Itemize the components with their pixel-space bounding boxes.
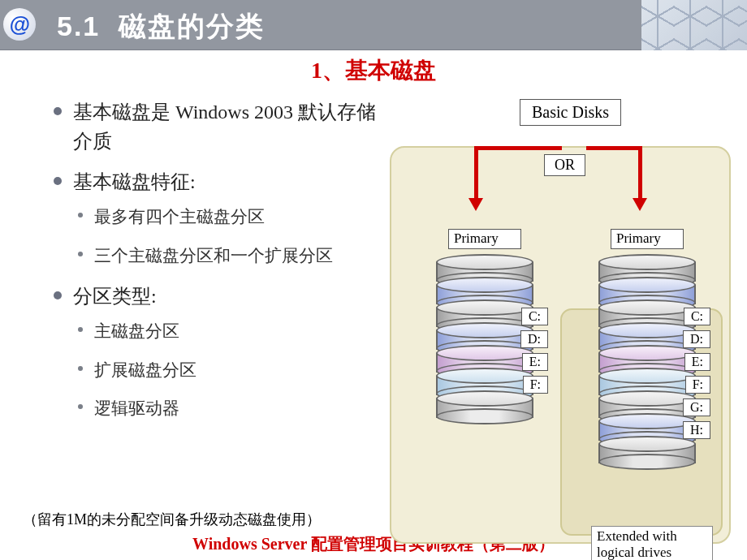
drive-label: E:: [684, 353, 710, 371]
drive-label: D:: [683, 330, 710, 348]
cylinder: [436, 390, 533, 418]
bullet-1: 基本磁盘是 Windows 2003 默认存储介质: [49, 97, 382, 156]
drive-label: H:: [683, 421, 710, 439]
bullet-3-sub-3: 逻辑驱动器: [73, 396, 382, 422]
bullet-3: 分区类型: 主磁盘分区 扩展磁盘分区 逻辑驱动器: [49, 282, 382, 422]
bullet-3-text: 分区类型:: [73, 286, 157, 307]
disk-diagram: Primary C: D: E: F: Primary C: D: E: F: …: [382, 106, 731, 544]
drive-label: C:: [521, 308, 548, 325]
drive-label: F:: [523, 376, 548, 394]
drive-label: F:: [685, 376, 710, 394]
drive-label: G:: [683, 398, 710, 416]
drive-label: C:: [684, 308, 710, 325]
basic-disks-label: Basic Disks: [520, 99, 621, 126]
section-title: 磁盘的分类: [119, 11, 265, 41]
bullet-3-sub-1: 主磁盘分区: [73, 319, 382, 345]
or-label: OR: [544, 154, 585, 176]
at-logo-icon: @: [3, 8, 36, 41]
primary-label-right: Primary: [611, 229, 684, 249]
drive-label: E:: [522, 353, 548, 371]
left-disk-stack: Primary C: D: E: F:: [428, 229, 542, 413]
corner-decoration: [641, 0, 747, 50]
bullet-2-sub-1: 最多有四个主磁盘分区: [73, 205, 382, 230]
section-number: 5.1: [57, 11, 100, 41]
extended-label: Extended with logical drives: [591, 526, 713, 560]
diagram-panel: Primary C: D: E: F: Primary C: D: E: F: …: [390, 146, 731, 544]
footnote: （留有1M的未分配空间备升级动态磁盘使用）: [23, 510, 321, 529]
slide-subtitle: 1、基本磁盘: [0, 55, 747, 86]
bullet-2: 基本磁盘特征: 最多有四个主磁盘分区 三个主磁盘分区和一个扩展分区: [49, 167, 382, 269]
right-disk-stack: Primary C: D: E: F: G: H:: [590, 229, 704, 459]
title-bar: @ 5.1 磁盘的分类: [0, 0, 747, 50]
drive-label: D:: [520, 330, 548, 348]
section-heading: 5.1 磁盘的分类: [57, 8, 265, 45]
bullet-content: 基本磁盘是 Windows 2003 默认存储介质 基本磁盘特征: 最多有四个主…: [49, 97, 382, 435]
bullet-3-sub-2: 扩展磁盘分区: [73, 358, 382, 384]
bullet-2-sub-2: 三个主磁盘分区和一个扩展分区: [73, 243, 382, 269]
bullet-2-text: 基本磁盘特征:: [73, 171, 196, 192]
cylinder: [598, 436, 696, 463]
primary-label-left: Primary: [448, 229, 521, 249]
